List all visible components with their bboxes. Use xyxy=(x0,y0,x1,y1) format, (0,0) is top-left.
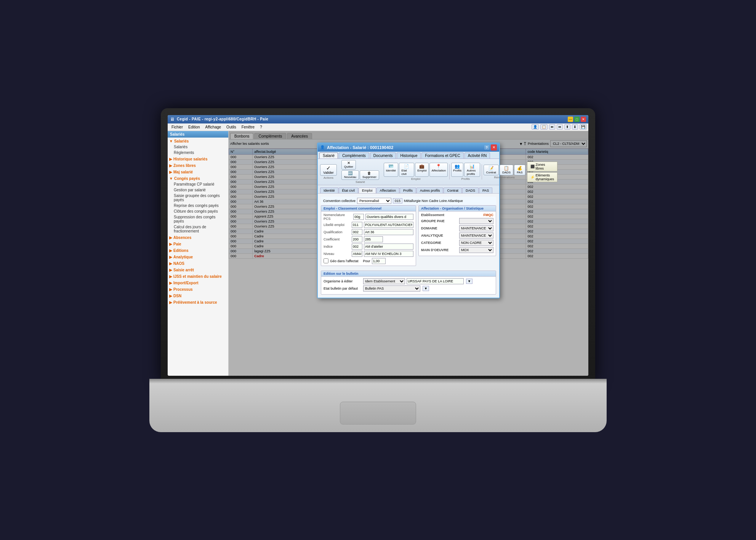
toolbar-icon-save[interactable]: 💾 xyxy=(580,124,587,130)
sidebar-section-maj[interactable]: ▶ Maj salarié xyxy=(168,169,228,175)
main-oeuvre-select[interactable]: MOX xyxy=(459,247,493,253)
conv-select[interactable]: Personnalisé xyxy=(357,198,391,204)
sidebar-item-calcul[interactable]: Calcul des jours de fractionnement xyxy=(168,224,228,234)
inner-tab-etat-civil[interactable]: État civil xyxy=(339,187,359,193)
inner-tab-dads[interactable]: DADS xyxy=(462,187,479,193)
sidebar-section-processus[interactable]: ▶ Processus xyxy=(168,287,228,292)
libelle-value-input[interactable] xyxy=(364,222,413,228)
analytique-select[interactable]: MAINTENANCE xyxy=(459,232,493,239)
etat-civil-btn[interactable]: 📄 Etat civil xyxy=(399,163,415,177)
autres-profils-btn[interactable]: 📊 Autres profils xyxy=(464,163,480,177)
toolbar-icon-4[interactable]: ➡ xyxy=(557,124,563,130)
sidebar-section-ijss[interactable]: ▶ IJSS et maintien du salaire xyxy=(168,274,228,279)
sidebar-section-saisie-arret[interactable]: ▶ Saisie arrêt xyxy=(168,267,228,273)
sidebar-section-paie[interactable]: ▶ Paie xyxy=(168,241,228,247)
sidebar-section-conges[interactable]: ▼ Congés payés xyxy=(168,176,228,181)
organisme-dropdown[interactable]: Idem Etablissement xyxy=(363,278,405,284)
menu-fichier[interactable]: Fichier xyxy=(169,124,185,130)
dads-btn[interactable]: 📋 DADS xyxy=(500,165,513,175)
menu-affichage[interactable]: Affichage xyxy=(203,124,224,130)
modal-close-button[interactable]: ✕ xyxy=(491,144,497,151)
geo-checkbox[interactable] xyxy=(324,258,328,263)
sidebar-section-editions[interactable]: ▶ Editions xyxy=(168,248,228,253)
elements-dynamiques-btn[interactable]: ⚡ Eléments dynamiques xyxy=(527,172,558,182)
toolbar-icon-5[interactable]: ⬆ xyxy=(564,124,570,130)
niveau-value-input[interactable] xyxy=(364,251,413,257)
sidebar-item-cloture[interactable]: Clôture des congés payés xyxy=(168,208,228,214)
sidebar-item-salaries[interactable]: Salariés xyxy=(168,144,228,150)
categorie-select[interactable]: NON CADRE xyxy=(459,240,493,246)
sidebar-item-gestion[interactable]: Gestion par salarié xyxy=(168,187,228,193)
inner-tab-pas[interactable]: PAS xyxy=(479,187,492,193)
identite-btn[interactable]: 🪪 Identité xyxy=(384,163,398,177)
inner-tab-affectation[interactable]: Affectation xyxy=(376,187,399,193)
etat-bulletin-select[interactable]: Bulletin PAS xyxy=(363,285,420,292)
coefficient-code-input[interactable] xyxy=(352,236,362,242)
libelle-code-input[interactable] xyxy=(352,222,362,228)
inner-tab-autres-profils[interactable]: Autres profils xyxy=(416,187,444,193)
indice-code-input[interactable] xyxy=(352,244,362,250)
coefficient-value-input[interactable] xyxy=(364,236,383,242)
close-window-button[interactable]: ✕ xyxy=(581,117,586,122)
sidebar-section-prelevement[interactable]: ▶ Prélèvement à la source xyxy=(168,300,228,305)
sidebar-section-salaries[interactable]: ▼ Salariés xyxy=(168,138,228,144)
organisme-dropdown-btn[interactable]: ▼ xyxy=(466,279,472,284)
profils-btn[interactable]: 👥 Profils xyxy=(451,163,463,177)
sidebar-section-zones[interactable]: ▶ Zones libres xyxy=(168,163,228,168)
domaine-select[interactable]: MAINTENANCE xyxy=(459,225,493,231)
zones-libres-btn[interactable]: ⬛ Zones libres xyxy=(527,162,558,171)
inner-tab-identite[interactable]: Identité xyxy=(320,187,338,193)
affectation-btn[interactable]: 📍 Affectation xyxy=(429,163,448,177)
indice-value-input[interactable] xyxy=(364,244,413,250)
nomenclature-value-input[interactable] xyxy=(365,214,413,220)
modal-tab-salarie[interactable]: Salarié xyxy=(319,152,338,159)
organisme-input[interactable] xyxy=(407,278,464,284)
menu-edition[interactable]: Edition xyxy=(186,124,202,130)
inner-tab-contrat[interactable]: Contrat xyxy=(444,187,462,193)
niveau-code-input[interactable] xyxy=(352,251,362,257)
pour-input[interactable] xyxy=(372,258,386,264)
etat-bulletin-btn[interactable]: ▼ xyxy=(423,286,429,291)
modal-supprimer-btn[interactable]: 🗑 Supprimer xyxy=(360,170,379,180)
sidebar-item-reglements[interactable]: Règlements xyxy=(168,150,228,155)
toolbar-icon-1[interactable]: 👤 xyxy=(532,124,539,130)
emploi-btn[interactable]: 💼 Emploi xyxy=(415,163,429,177)
sidebar-section-naos[interactable]: ▶ NAOS xyxy=(168,261,228,266)
maximize-button[interactable]: □ xyxy=(574,117,580,122)
modal-help-btn[interactable]: ? xyxy=(484,145,490,150)
sidebar-item-saisie-groupee[interactable]: Saisie groupée des congés payés xyxy=(168,193,228,203)
menu-help[interactable]: ? xyxy=(258,124,264,130)
qualification-value-input[interactable] xyxy=(364,229,413,235)
modal-valider-btn[interactable]: ✓ Valider xyxy=(320,164,337,176)
qualification-code-input[interactable] xyxy=(352,229,362,235)
niveau-label: Niveau xyxy=(324,252,350,256)
sidebar-section-historique[interactable]: ▶ Historique salariés xyxy=(168,156,228,162)
sidebar-item-reprise[interactable]: Reprise des congés payés xyxy=(168,203,228,208)
sidebar-item-suppression[interactable]: Suppression des congés payés xyxy=(168,214,228,224)
menu-fenetre[interactable]: Fenêtre xyxy=(239,124,257,130)
pas-btn[interactable]: 💰 PAS xyxy=(514,165,525,175)
inner-tab-emploi[interactable]: Emploi xyxy=(359,187,376,193)
modal-tab-documents[interactable]: Documents xyxy=(370,152,396,159)
modal-tab-formations[interactable]: Formations et GPEC xyxy=(421,152,463,159)
groupe-paie-select[interactable] xyxy=(459,218,493,224)
contrat-btn[interactable]: 📝 Contrat xyxy=(484,165,499,175)
sidebar-section-analytique[interactable]: ▶ Analytique xyxy=(168,254,228,260)
minimize-button[interactable]: — xyxy=(568,117,573,122)
modal-tab-activite[interactable]: Activité RN xyxy=(464,152,490,159)
menu-outils[interactable]: Outils xyxy=(224,124,239,130)
modal-tab-historique[interactable]: Historique xyxy=(397,152,421,159)
sidebar-section-import[interactable]: ▶ Import/Export xyxy=(168,280,228,286)
modal-quitter-btn[interactable]: ✕ Quitter xyxy=(341,160,356,170)
sidebar-item-param-cp[interactable]: Paramétrage CP salarié xyxy=(168,181,228,187)
modal-nouveau-btn[interactable]: 🆕 Nouveau xyxy=(341,170,359,180)
inner-tab-profils[interactable]: Profils xyxy=(400,187,416,193)
nomenclature-code-input[interactable] xyxy=(353,214,364,220)
laptop-trackpad[interactable] xyxy=(340,402,416,425)
toolbar-icon-2[interactable]: 📋 xyxy=(540,124,548,130)
modal-tab-complements[interactable]: Compléments xyxy=(339,152,369,159)
sidebar-section-absences[interactable]: ▶ Absences xyxy=(168,235,228,240)
toolbar-icon-6[interactable]: ⬇ xyxy=(572,124,578,130)
toolbar-icon-3[interactable]: ⬅ xyxy=(549,124,555,130)
sidebar-section-dsn[interactable]: ▶ DSN xyxy=(168,293,228,299)
